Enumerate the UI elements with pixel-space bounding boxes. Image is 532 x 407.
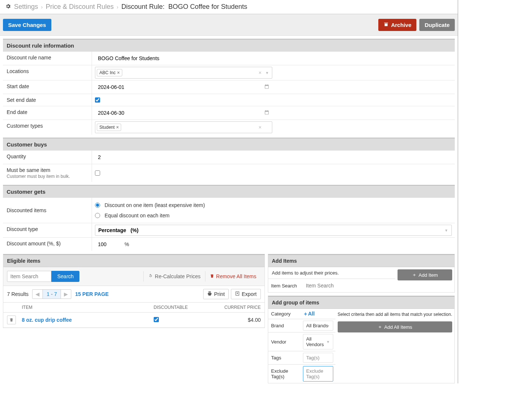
add-items-instr: Add items to adjust their prices. — [268, 267, 395, 279]
radio-one-item-label: Discount on one item (least expensive it… — [105, 202, 205, 208]
action-bar: Save Changes Archive Duplicate — [0, 14, 458, 36]
location-chip-abc: ABC Inc × — [97, 69, 122, 76]
clear-icon[interactable]: × — [259, 70, 262, 76]
checkbox-same-item[interactable] — [95, 170, 100, 176]
brand-select[interactable]: All Brands ▼ — [303, 321, 333, 331]
eligible-table-head: ITEM DISCOUNTABLE CURRENT PRICE — [3, 303, 265, 313]
label-start-date: Start date — [3, 80, 92, 94]
add-group-instr: Select criteria then add all items that … — [338, 312, 452, 317]
customer-types-select[interactable]: Student × × — [95, 121, 272, 133]
input-quantity[interactable] — [95, 152, 452, 162]
clear-icon[interactable]: × — [259, 124, 262, 130]
chevron-down-icon: ▼ — [444, 228, 448, 232]
locations-select[interactable]: ABC Inc × × ▼ — [95, 67, 272, 79]
chevron-down-icon: ▼ — [326, 324, 330, 328]
calendar-icon[interactable] — [264, 110, 269, 116]
print-button[interactable]: Print — [203, 289, 229, 299]
breadcrumb: Settings › Price & Discount Rules › Disc… — [0, 0, 458, 14]
panel-add-group: Add group of items Category ＋All — [268, 296, 455, 383]
radio-one-item[interactable] — [95, 203, 100, 208]
tags-input[interactable]: Tag(s) — [303, 353, 333, 363]
plus-icon: ＋ — [378, 324, 382, 330]
chevron-down-icon: ▼ — [326, 340, 330, 344]
export-button[interactable]: Export — [231, 289, 260, 299]
panel-head-add-items: Add Items — [268, 254, 454, 267]
pager-prev[interactable]: ◀ — [33, 290, 43, 299]
eligible-search-input[interactable] — [7, 271, 51, 282]
label-vendor: Vendor — [268, 337, 301, 347]
label-category: Category — [268, 309, 301, 319]
panel-add-items: Add Items Add items to adjust their pric… — [268, 254, 455, 293]
panel-head-add-group: Add group of items — [268, 296, 454, 309]
print-icon — [207, 291, 212, 297]
label-locations: Locations — [3, 65, 92, 80]
plus-icon: ＋ — [412, 272, 417, 278]
label-exclude-tags: Exclude Tag(s) — [268, 366, 301, 382]
add-item-button[interactable]: ＋ Add Item — [398, 269, 452, 280]
exclude-tags-input[interactable]: Exclude Tag(s) — [303, 366, 333, 382]
panel-customer-buys: Customer buys Quantity Must be same item… — [3, 138, 455, 182]
chevron-right-icon: › — [41, 4, 43, 10]
checkbox-set-end-date[interactable] — [95, 97, 100, 103]
vendor-select[interactable]: All Vendors ▼ — [303, 334, 333, 349]
eligible-search-button[interactable]: Search — [51, 271, 79, 282]
pager-next[interactable]: ▶ — [61, 290, 71, 299]
chevron-down-icon[interactable]: ▼ — [265, 71, 269, 75]
panel-head-buys: Customer buys — [3, 138, 455, 151]
refresh-icon — [148, 273, 153, 279]
label-item-search: Item Search — [268, 281, 301, 291]
remove-chip-icon[interactable]: × — [116, 125, 119, 130]
radio-each-item-label: Equal discount on each item — [105, 213, 170, 218]
export-icon — [235, 291, 240, 297]
label-set-end-date: Set end date — [3, 94, 92, 106]
results-count: 7 Results — [7, 291, 28, 297]
label-tags: Tags — [268, 353, 301, 363]
gear-icon — [5, 3, 11, 10]
label-discounted-items: Discounted items — [3, 198, 92, 223]
discount-amount-suffix: % — [125, 241, 129, 247]
add-all-items-button[interactable]: ＋ Add All Items — [338, 321, 452, 332]
panel-head-rule-info: Discount rule information — [3, 39, 455, 52]
label-quantity: Quantity — [3, 151, 92, 164]
radio-each-item[interactable] — [95, 213, 100, 218]
breadcrumb-rules[interactable]: Price & Discount Rules — [46, 3, 114, 11]
checkbox-discountable[interactable] — [154, 317, 159, 322]
label-rule-name: Discount rule name — [3, 52, 92, 65]
select-discount-type[interactable]: ▼ — [95, 225, 452, 236]
archive-icon — [383, 22, 389, 28]
calendar-icon[interactable] — [264, 84, 269, 90]
label-same-item: Must be same item Customer must buy item… — [3, 164, 92, 182]
item-link[interactable]: 8 oz. cup drip coffee — [22, 317, 154, 323]
label-end-date: End date — [3, 106, 92, 120]
pager-current: 1 - 7 — [43, 290, 61, 299]
customer-type-chip-student: Student × — [97, 124, 121, 131]
breadcrumb-settings[interactable]: Settings — [14, 3, 38, 11]
delete-row-button[interactable] — [7, 315, 16, 324]
input-end-date[interactable] — [95, 108, 272, 118]
label-discount-amount: Discount amount (%, $) — [3, 238, 92, 251]
label-discount-type: Discount type — [3, 223, 92, 237]
input-start-date[interactable] — [95, 82, 272, 92]
duplicate-button[interactable]: Duplicate — [419, 19, 455, 31]
recalculate-button[interactable]: Re-Calculate Prices — [143, 271, 205, 282]
input-rule-name[interactable] — [95, 53, 452, 63]
plus-icon: ＋ — [303, 311, 308, 317]
remove-chip-icon[interactable]: × — [117, 70, 120, 75]
input-discount-amount[interactable] — [95, 239, 121, 249]
label-brand: Brand — [268, 321, 301, 331]
panel-customer-gets: Customer gets Discounted items Discount … — [3, 185, 455, 251]
breadcrumb-current: Discount Rule: BOGO Coffee for Students — [121, 3, 247, 11]
panel-head-eligible: Eligible items — [3, 254, 265, 267]
input-add-item-search[interactable] — [303, 280, 393, 291]
chevron-right-icon: › — [117, 4, 119, 10]
table-row: 8 oz. cup drip coffee $4.00 — [3, 313, 265, 328]
archive-button[interactable]: Archive — [378, 19, 416, 31]
category-all-link[interactable]: ＋All — [303, 311, 315, 317]
item-price: $4.00 — [205, 317, 261, 323]
trash-icon — [210, 273, 214, 279]
per-page-toggle[interactable]: 15 PER PAGE — [75, 291, 109, 297]
panel-rule-info: Discount rule information Discount rule … — [3, 39, 455, 135]
remove-all-button[interactable]: Remove All Items — [205, 271, 261, 282]
panel-head-gets: Customer gets — [3, 185, 455, 198]
save-button[interactable]: Save Changes — [3, 19, 51, 31]
